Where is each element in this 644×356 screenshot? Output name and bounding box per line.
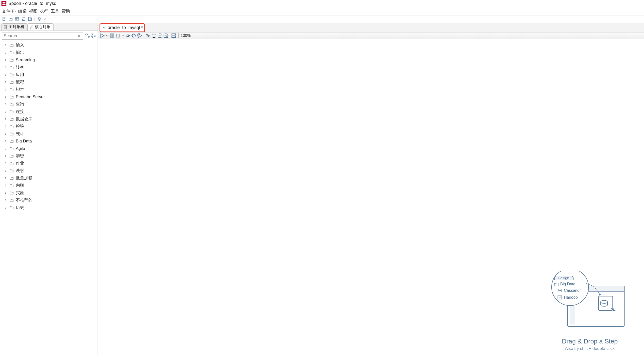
tree-item[interactable]: 历史 (0, 204, 98, 211)
zoom-selector[interactable]: 100% (178, 33, 197, 38)
folder-icon (9, 58, 14, 62)
debug-icon[interactable] (131, 33, 136, 38)
tree-item[interactable]: 脚本 (0, 86, 98, 93)
pencil-icon (30, 25, 34, 29)
svg-rect-18 (172, 34, 176, 35)
folder-icon (9, 154, 14, 158)
expand-all-icon[interactable] (85, 33, 90, 38)
tree-item[interactable]: 输出 (0, 49, 98, 56)
chevron-right-icon (4, 140, 8, 143)
chevron-right-icon (4, 125, 8, 128)
menu-file[interactable]: 文件(F) (2, 8, 16, 14)
menu-view[interactable]: 视图 (29, 8, 38, 14)
folder-icon (9, 95, 14, 99)
object-tree: 输入输出Streaming转换应用流程脚本Pentaho Server查询连接数… (0, 41, 98, 356)
perspective-dropdown-icon[interactable] (43, 16, 46, 22)
tree-item[interactable]: 加密 (0, 152, 98, 160)
tree-item-label: 数据仓库 (16, 116, 32, 122)
save-as-icon[interactable] (27, 16, 32, 22)
tree-item[interactable]: 不推荐的 (0, 196, 98, 204)
svg-point-12 (127, 35, 128, 36)
transformation-canvas[interactable]: Design Big Data Cassandr H (98, 39, 644, 356)
tab-core-objects[interactable]: 核心对象 (28, 23, 54, 30)
tree-item-label: 映射 (16, 168, 24, 174)
window-title: Spoon - oracle_to_mysql (8, 1, 58, 6)
tree-item[interactable]: 映射 (0, 167, 98, 175)
svg-rect-19 (172, 36, 176, 38)
show-results-icon[interactable] (171, 33, 176, 38)
tree-item-label: Agile (16, 145, 25, 152)
tree-item[interactable]: Agile (0, 145, 98, 152)
tree-item-label: 作业 (16, 160, 24, 167)
chevron-right-icon (4, 206, 8, 209)
menu-run[interactable]: 执行 (40, 8, 48, 14)
stop-icon[interactable] (115, 33, 121, 38)
stop-dropdown-icon[interactable] (121, 33, 125, 38)
main-toolbar (0, 16, 644, 23)
search-input-container: ✕ (2, 32, 83, 40)
menu-edit[interactable]: 编辑 (18, 8, 26, 14)
zoom-dropdown-icon[interactable] (193, 34, 197, 37)
folder-icon (9, 183, 14, 188)
tree-item[interactable]: 流程 (0, 78, 98, 86)
open-file-icon[interactable] (8, 16, 13, 22)
tree-item[interactable]: 实验 (0, 189, 98, 196)
tree-item[interactable]: Big Data (0, 138, 98, 145)
verify-icon[interactable] (145, 33, 151, 38)
chevron-right-icon (4, 192, 8, 194)
app-icon (2, 1, 6, 6)
clear-search-icon[interactable]: ✕ (76, 34, 82, 38)
folder-icon (9, 169, 14, 173)
tree-item[interactable]: 作业 (0, 160, 98, 167)
tree-item[interactable]: 数据仓库 (0, 115, 98, 123)
chevron-right-icon (4, 44, 8, 46)
menu-help[interactable]: 帮助 (62, 8, 70, 14)
run-icon[interactable] (100, 33, 105, 38)
tree-item-label: 实验 (16, 190, 24, 196)
folder-icon (9, 50, 14, 55)
svg-point-15 (158, 34, 162, 35)
menu-tools[interactable]: 工具 (51, 8, 59, 14)
tree-item-label: Big Data (16, 138, 32, 144)
tab-main-object-tree[interactable]: 主对象树 (2, 23, 28, 30)
hint-item2-label: Hadoop (564, 295, 578, 299)
chevron-right-icon (4, 199, 8, 201)
tree-item-label: 批量加载 (16, 175, 32, 181)
tree-item[interactable]: 统计 (0, 130, 98, 138)
explore-repo-icon[interactable] (14, 16, 20, 22)
explore-db-icon[interactable] (163, 33, 168, 38)
tree-item-label: 流程 (16, 79, 24, 85)
save-icon[interactable] (21, 16, 26, 22)
tree-item[interactable]: 转换 (0, 64, 98, 71)
new-file-icon[interactable] (2, 16, 7, 22)
close-tab-icon[interactable]: ✕ (141, 25, 144, 29)
tree-item[interactable]: 批量加载 (0, 175, 98, 182)
tree-item[interactable]: 检验 (0, 123, 98, 130)
sql-icon[interactable] (157, 33, 162, 38)
tree-item-label: 查询 (16, 101, 24, 108)
tree-item-label: 连接 (16, 109, 24, 115)
chevron-right-icon (4, 66, 8, 69)
drag-drop-hint: Design Big Data Cassandr H (550, 271, 629, 351)
pause-icon[interactable] (110, 33, 115, 38)
zoom-value: 100% (178, 33, 193, 38)
search-input[interactable] (4, 33, 76, 38)
tree-item[interactable]: 连接 (0, 108, 98, 115)
tree-item[interactable]: 内联 (0, 182, 98, 189)
tree-item[interactable]: 输入 (0, 42, 98, 49)
tree-item[interactable]: Pentaho Server (0, 93, 98, 101)
tree-item[interactable]: 应用 (0, 71, 98, 78)
preview-icon[interactable] (125, 33, 130, 38)
run-options-dropdown-icon[interactable] (106, 33, 109, 38)
collapse-all-icon[interactable] (91, 33, 96, 38)
folder-icon (9, 87, 14, 92)
chevron-right-icon (4, 184, 8, 187)
chevron-right-icon (4, 96, 8, 98)
impact-icon[interactable] (151, 33, 157, 38)
tree-item-label: 统计 (16, 131, 24, 137)
document-tab-oracle-to-mysql[interactable]: oracle_to_mysql ✕ (100, 23, 145, 32)
replay-icon[interactable] (137, 33, 142, 38)
perspective-icon[interactable] (37, 16, 42, 22)
tree-item[interactable]: Streaming (0, 56, 98, 64)
tree-item[interactable]: 查询 (0, 101, 98, 108)
